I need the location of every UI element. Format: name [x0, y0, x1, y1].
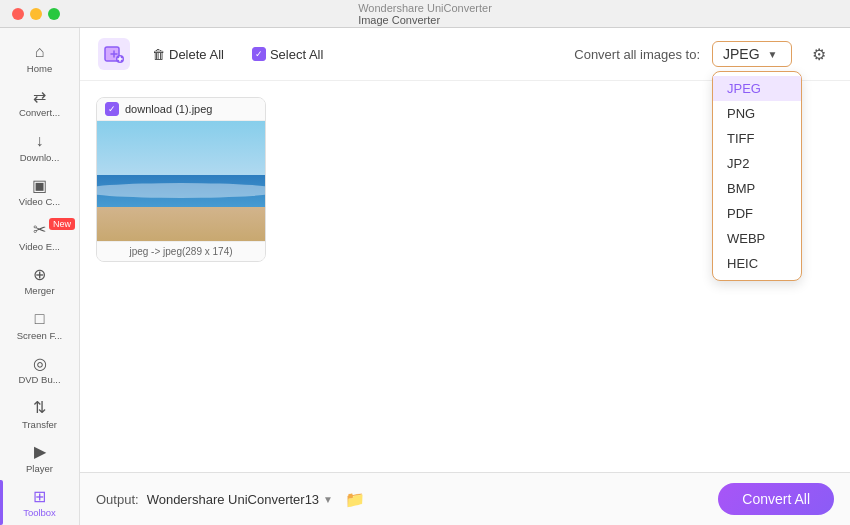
sidebar-label-screen: Screen F...	[17, 331, 62, 341]
converter-icon: ⇄	[30, 86, 50, 106]
home-icon: ⌂	[30, 42, 50, 62]
format-dropdown-menu: JPEG PNG TIFF JP2 BMP PDF WEBP HEIC	[712, 71, 802, 281]
settings-icon: ⚙	[812, 45, 826, 64]
sidebar: ⌂ Home ⇄ Convert... ↓ Downlo... ▣ Video …	[0, 28, 80, 525]
beach-sand	[97, 207, 265, 241]
sidebar-item-player[interactable]: ▶ Player	[0, 436, 79, 480]
sidebar-item-video-edit[interactable]: ✂ Video E... New	[0, 214, 79, 258]
delete-all-label: Delete All	[169, 47, 224, 62]
add-file-button[interactable]	[96, 36, 132, 72]
beach-sky	[97, 121, 265, 175]
sidebar-label-player: Player	[26, 464, 53, 474]
select-all-label: Select All	[270, 47, 323, 62]
image-name: download (1).jpeg	[125, 103, 212, 115]
app-layout: ⌂ Home ⇄ Convert... ↓ Downlo... ▣ Video …	[0, 28, 850, 525]
format-option-tiff[interactable]: TIFF	[713, 126, 801, 151]
image-checkbox[interactable]: ✓	[105, 102, 119, 116]
transfer-icon: ⇅	[30, 398, 50, 418]
toolbar: 🗑 Delete All ✓ Select All Convert all im…	[80, 28, 850, 81]
sidebar-item-transfer[interactable]: ⇅ Transfer	[0, 392, 79, 436]
convert-all-button[interactable]: Convert All	[718, 483, 834, 515]
format-option-pdf[interactable]: PDF	[713, 201, 801, 226]
add-file-icon	[98, 38, 130, 70]
select-all-checkbox: ✓	[252, 47, 266, 61]
format-option-jpeg[interactable]: JPEG	[713, 76, 801, 101]
sidebar-item-home[interactable]: ⌂ Home	[0, 36, 79, 80]
format-option-jp2[interactable]: JP2	[713, 151, 801, 176]
sidebar-item-merger[interactable]: ⊕ Merger	[0, 258, 79, 302]
image-footer: jpeg -> jpeg(289 x 174)	[97, 241, 265, 261]
player-icon: ▶	[30, 442, 50, 462]
sidebar-label-merger: Merger	[24, 286, 54, 296]
sidebar-item-dvd[interactable]: ◎ DVD Bu...	[0, 347, 79, 391]
minimize-button[interactable]	[30, 8, 42, 20]
image-preview	[97, 121, 265, 241]
sidebar-label-transfer: Transfer	[22, 420, 57, 430]
active-indicator	[0, 480, 3, 524]
merger-icon: ⊕	[30, 264, 50, 284]
close-button[interactable]	[12, 8, 24, 20]
sidebar-label-converter: Convert...	[19, 108, 60, 118]
output-path[interactable]: Wondershare UniConverter13 ▼	[147, 492, 333, 507]
select-all-button[interactable]: ✓ Select All	[244, 43, 331, 66]
format-option-bmp[interactable]: BMP	[713, 176, 801, 201]
sidebar-item-download[interactable]: ↓ Downlo...	[0, 125, 79, 169]
dvd-icon: ◎	[30, 353, 50, 373]
new-badge: New	[49, 218, 75, 230]
image-card: ✓ download (1).jpeg jpeg -> jpeg(289 x 1…	[96, 97, 266, 262]
screen-icon: □	[30, 309, 50, 329]
format-option-png[interactable]: PNG	[713, 101, 801, 126]
title-bar: Wondershare UniConverter Image Converter	[0, 0, 850, 28]
main-content: 🗑 Delete All ✓ Select All Convert all im…	[80, 28, 850, 525]
output-label: Output:	[96, 492, 139, 507]
sidebar-label-video-edit: Video E...	[19, 242, 60, 252]
format-selector-text: JPEG	[723, 46, 760, 62]
format-selector-wrapper: JPEG ▼ JPEG PNG TIFF JP2 BMP PDF WEBP HE…	[712, 41, 792, 67]
sidebar-label-download: Downlo...	[20, 153, 60, 163]
folder-icon[interactable]: 📁	[345, 490, 365, 509]
output-path-text: Wondershare UniConverter13	[147, 492, 319, 507]
sidebar-label-home: Home	[27, 64, 52, 74]
download-icon: ↓	[30, 131, 50, 151]
sidebar-label-video-compress: Video C...	[19, 197, 61, 207]
sidebar-item-video-compress[interactable]: ▣ Video C...	[0, 169, 79, 213]
bottom-bar: Output: Wondershare UniConverter13 ▼ 📁 C…	[80, 472, 850, 525]
sidebar-item-screen[interactable]: □ Screen F...	[0, 303, 79, 347]
format-selector[interactable]: JPEG ▼	[712, 41, 792, 67]
format-option-webp[interactable]: WEBP	[713, 226, 801, 251]
window-controls	[12, 8, 60, 20]
beach-wave	[97, 183, 265, 197]
sidebar-item-converter[interactable]: ⇄ Convert...	[0, 80, 79, 124]
settings-button[interactable]: ⚙	[804, 39, 834, 69]
trash-icon: 🗑	[152, 47, 165, 62]
chevron-down-icon: ▼	[768, 49, 778, 60]
video-compress-icon: ▣	[30, 175, 50, 195]
sidebar-label-toolbox: Toolbox	[23, 508, 56, 518]
toolbox-icon: ⊞	[30, 486, 50, 506]
title-bar-text: Wondershare UniConverter Image Converter	[358, 2, 492, 26]
video-edit-icon: ✂	[30, 220, 50, 240]
maximize-button[interactable]	[48, 8, 60, 20]
delete-all-button[interactable]: 🗑 Delete All	[144, 43, 232, 66]
image-card-header: ✓ download (1).jpeg	[97, 98, 265, 121]
format-option-heic[interactable]: HEIC	[713, 251, 801, 276]
sidebar-item-toolbox[interactable]: ⊞ Toolbox	[0, 480, 79, 524]
convert-label: Convert all images to:	[574, 47, 700, 62]
output-path-chevron: ▼	[323, 494, 333, 505]
sidebar-label-dvd: DVD Bu...	[18, 375, 60, 385]
